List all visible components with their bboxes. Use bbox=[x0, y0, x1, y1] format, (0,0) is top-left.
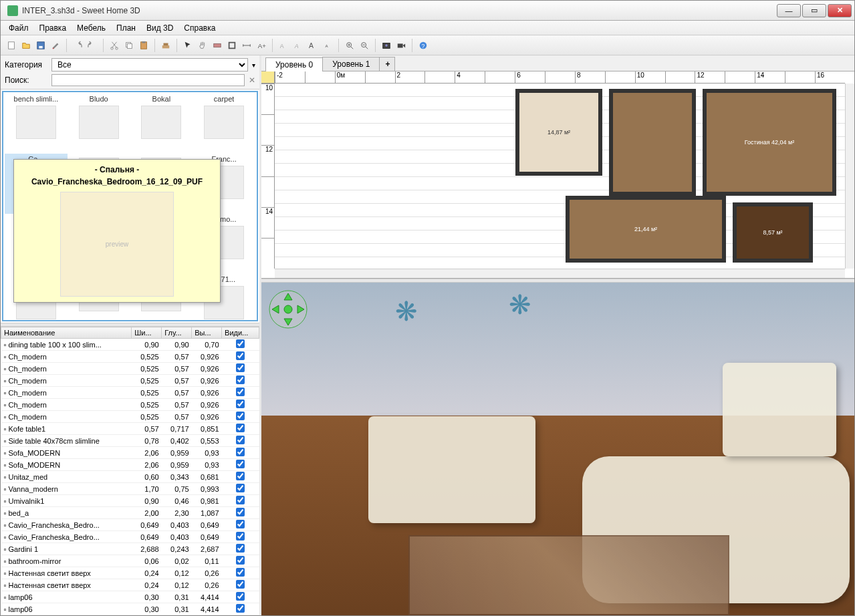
tab-add-button[interactable]: + bbox=[379, 57, 395, 71]
room-4[interactable]: 21,44 м² bbox=[566, 196, 726, 263]
table-row[interactable]: ▫ Ch_modern0,5250,570,926 bbox=[1, 363, 259, 375]
undo-icon[interactable] bbox=[71, 39, 84, 52]
cell-visible[interactable] bbox=[222, 399, 259, 411]
menu-3dview[interactable]: Вид 3D bbox=[141, 22, 178, 34]
dimension-icon[interactable] bbox=[240, 39, 253, 52]
photo-icon[interactable] bbox=[380, 39, 393, 52]
cell-visible[interactable] bbox=[222, 495, 259, 507]
table-row[interactable]: ▫ lamp060,300,314,414 bbox=[1, 603, 259, 615]
text-size-down-icon[interactable]: A bbox=[321, 39, 334, 52]
cell-visible[interactable] bbox=[222, 375, 259, 387]
table-row[interactable]: ▫ Umivalnik10,900,460,981 bbox=[1, 495, 259, 507]
plan-canvas[interactable]: 14,87 м² Гостиная 42,04 м² 21,44 м² 8,57… bbox=[275, 84, 845, 269]
table-row[interactable]: ▫ Cavio_Francheska_Bedro...0,6490,4030,6… bbox=[1, 519, 259, 531]
catalog-item[interactable]: carpet bbox=[193, 94, 255, 154]
nav-compass[interactable] bbox=[268, 289, 308, 329]
cell-visible[interactable] bbox=[222, 411, 259, 423]
table-row[interactable]: ▫ dining table 100 x 100 slim...0,900,90… bbox=[1, 339, 259, 351]
save-icon[interactable] bbox=[34, 39, 47, 52]
cell-visible[interactable] bbox=[222, 339, 259, 351]
catalog-item[interactable]: Bokal bbox=[130, 94, 193, 154]
new-icon[interactable] bbox=[5, 39, 18, 52]
table-header[interactable]: Ши... bbox=[132, 327, 162, 339]
cell-visible[interactable] bbox=[222, 423, 259, 435]
help-icon[interactable]: ? bbox=[416, 39, 430, 52]
minimize-button[interactable]: — bbox=[777, 4, 801, 17]
3d-view[interactable]: ❋ ❋ bbox=[261, 283, 854, 615]
menu-furniture[interactable]: Мебель bbox=[72, 22, 111, 34]
cell-visible[interactable] bbox=[222, 591, 259, 603]
category-dropdown-btn[interactable]: ▾ bbox=[252, 61, 255, 69]
tab-level-1[interactable]: Уровень 1 bbox=[322, 57, 380, 71]
text-add-icon[interactable]: A+ bbox=[255, 39, 268, 52]
room-3[interactable]: Гостиная 42,04 м² bbox=[703, 89, 836, 196]
menu-help[interactable]: Справка bbox=[178, 22, 221, 34]
wall-icon[interactable] bbox=[211, 39, 224, 52]
cell-visible[interactable] bbox=[222, 459, 259, 471]
table-row[interactable]: ▫ Настенная светит вверх0,240,120,26 bbox=[1, 579, 259, 591]
table-row[interactable]: ▫ Kofe table10,570,7170,851 bbox=[1, 423, 259, 435]
add-furniture-icon[interactable] bbox=[159, 39, 172, 52]
table-row[interactable]: ▫ Ch_modern0,5250,570,926 bbox=[1, 411, 259, 423]
select-icon[interactable] bbox=[181, 39, 195, 52]
menu-edit[interactable]: Правка bbox=[34, 22, 72, 34]
text-bold-icon[interactable]: A bbox=[277, 39, 290, 52]
pan-icon[interactable] bbox=[196, 39, 209, 52]
cell-visible[interactable] bbox=[222, 447, 259, 459]
table-row[interactable]: ▫ Side table 40x78cm slimline0,780,4020,… bbox=[1, 435, 259, 447]
cell-visible[interactable] bbox=[222, 579, 259, 591]
plan-view[interactable]: -20м246810121416 101214 14,87 м² Гостина… bbox=[261, 71, 854, 279]
tab-level-0[interactable]: Уровень 0 bbox=[265, 57, 323, 71]
room-5[interactable]: 8,57 м² bbox=[733, 202, 813, 263]
plan-scrollbar-v[interactable] bbox=[845, 84, 854, 269]
plan-scrollbar-h[interactable] bbox=[275, 269, 845, 278]
cell-visible[interactable] bbox=[222, 507, 259, 519]
furniture-catalog[interactable]: - Спальня - Cavio_Francheska_Bedroom_16_… bbox=[2, 91, 258, 321]
catalog-item[interactable]: bench slimli... bbox=[5, 94, 68, 154]
redo-icon[interactable] bbox=[86, 39, 99, 52]
menu-file[interactable]: Файл bbox=[3, 22, 34, 34]
table-row[interactable]: ▫ Ch_modern0,5250,570,926 bbox=[1, 399, 259, 411]
table-header[interactable]: Наименование bbox=[1, 327, 132, 339]
cell-visible[interactable] bbox=[222, 351, 259, 363]
table-row[interactable]: ▫ Ch_modern0,5250,570,926 bbox=[1, 375, 259, 387]
cell-visible[interactable] bbox=[222, 363, 259, 375]
cut-icon[interactable] bbox=[108, 39, 121, 52]
preferences-icon[interactable] bbox=[49, 39, 62, 52]
table-row[interactable]: ▫ Gardini 12,6880,2432,687 bbox=[1, 543, 259, 555]
cell-visible[interactable] bbox=[222, 531, 259, 543]
zoom-in-icon[interactable] bbox=[343, 39, 356, 52]
room-2[interactable] bbox=[609, 89, 696, 196]
catalog-item[interactable]: Bludo bbox=[68, 94, 130, 154]
menu-plan[interactable]: План bbox=[111, 22, 141, 34]
table-row[interactable]: ▫ Sofa_MODERN2,060,9590,93 bbox=[1, 447, 259, 459]
table-row[interactable]: ▫ lamp060,300,314,414 bbox=[1, 591, 259, 603]
maximize-button[interactable]: ▭ bbox=[802, 4, 826, 17]
cell-visible[interactable] bbox=[222, 555, 259, 567]
table-row[interactable]: ▫ Ch_modern0,5250,570,926 bbox=[1, 351, 259, 363]
zoom-out-icon[interactable] bbox=[358, 39, 371, 52]
room-1[interactable]: 14,87 м² bbox=[515, 89, 602, 176]
copy-icon[interactable] bbox=[122, 39, 136, 52]
cell-visible[interactable] bbox=[222, 435, 259, 447]
table-header[interactable]: Види... bbox=[222, 327, 259, 339]
table-row[interactable]: ▫ Cavio_Francheska_Bedro...0,6490,4030,6… bbox=[1, 531, 259, 543]
table-header[interactable]: Глу... bbox=[162, 327, 192, 339]
paste-icon[interactable] bbox=[137, 39, 150, 52]
cell-visible[interactable] bbox=[222, 543, 259, 555]
table-row[interactable]: ▫ bathroom-mirror0,060,020,11 bbox=[1, 555, 259, 567]
search-input[interactable] bbox=[51, 74, 245, 86]
search-clear-icon[interactable]: ✕ bbox=[249, 75, 255, 85]
table-row[interactable]: ▫ Unitaz_med0,600,3430,681 bbox=[1, 471, 259, 483]
cell-visible[interactable] bbox=[222, 483, 259, 495]
cell-visible[interactable] bbox=[222, 603, 259, 615]
video-icon[interactable] bbox=[394, 39, 408, 52]
text-italic-icon[interactable]: A bbox=[291, 39, 305, 52]
table-row[interactable]: ▫ Настенная светит вверх0,240,120,26 bbox=[1, 567, 259, 579]
table-row[interactable]: ▫ Sofa_MODERN2,060,9590,93 bbox=[1, 459, 259, 471]
cell-visible[interactable] bbox=[222, 567, 259, 579]
cell-visible[interactable] bbox=[222, 471, 259, 483]
category-select[interactable]: Все bbox=[51, 58, 248, 71]
room-icon[interactable] bbox=[225, 39, 239, 52]
table-row[interactable]: ▫ bed_a2,002,301,087 bbox=[1, 507, 259, 519]
